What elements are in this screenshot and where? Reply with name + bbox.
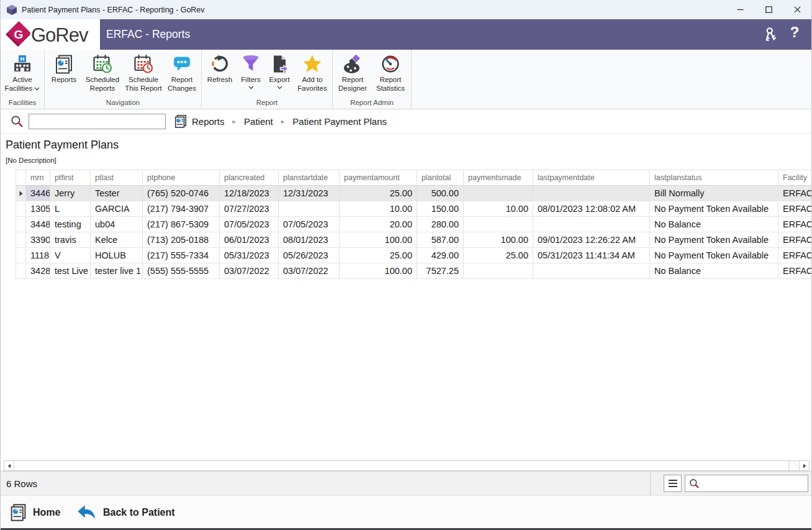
table-cell[interactable]: (713) 205-0188 bbox=[143, 232, 220, 248]
column-header-lastplanstatus[interactable]: lastplanstatus bbox=[650, 170, 778, 186]
table-cell[interactable]: (217) 555-7334 bbox=[143, 248, 220, 263]
table-cell[interactable]: 429.00 bbox=[417, 248, 464, 263]
table-cell[interactable]: test Live bbox=[50, 263, 91, 279]
table-cell[interactable]: 34483 bbox=[26, 217, 50, 232]
table-cell[interactable]: 280.00 bbox=[417, 217, 464, 232]
column-header-ptfirst[interactable]: ptfirst bbox=[50, 170, 91, 186]
table-row[interactable]: 33907travisKelce(713) 205-018806/01/2023… bbox=[16, 232, 812, 248]
export-button[interactable]: Export bbox=[265, 50, 294, 89]
table-cell[interactable]: 11181 bbox=[26, 248, 50, 263]
breadcrumb-item-reports[interactable]: Reports bbox=[192, 116, 225, 127]
table-cell[interactable]: Jerry bbox=[50, 186, 91, 201]
table-cell[interactable]: ERFAC bbox=[778, 232, 812, 248]
table-cell[interactable]: 12/18/2023 bbox=[220, 186, 279, 201]
report-search-input[interactable] bbox=[29, 114, 166, 129]
grid-search-input[interactable] bbox=[701, 476, 806, 491]
table-cell[interactable]: (555) 555-5555 bbox=[143, 263, 220, 279]
table-cell[interactable] bbox=[533, 186, 650, 201]
table-cell[interactable] bbox=[464, 263, 533, 279]
table-cell[interactable]: 05/31/2023 bbox=[220, 248, 279, 263]
table-cell[interactable]: 20.00 bbox=[340, 217, 417, 232]
table-cell[interactable]: 03/07/2022 bbox=[279, 263, 340, 279]
column-header-mrn[interactable]: mrn bbox=[26, 170, 50, 186]
table-cell[interactable] bbox=[533, 217, 650, 232]
refresh-button[interactable]: Refresh bbox=[203, 50, 237, 88]
table-row[interactable]: 11181VHOLUB(217) 555-733405/31/202305/26… bbox=[16, 248, 812, 263]
horizontal-scrollbar[interactable] bbox=[4, 460, 810, 471]
table-cell[interactable]: ERFAC bbox=[778, 201, 812, 217]
column-header-facility[interactable]: Facility bbox=[778, 170, 812, 186]
row-indicator[interactable] bbox=[16, 263, 26, 279]
column-header-ptphone[interactable]: ptphone bbox=[143, 170, 220, 186]
table-cell[interactable]: 587.00 bbox=[417, 232, 464, 248]
table-cell[interactable]: 07/05/2023 bbox=[220, 217, 279, 232]
selected-row-indicator-icon[interactable] bbox=[16, 186, 26, 201]
table-cell[interactable]: ERFAC bbox=[778, 263, 812, 279]
report-designer-button[interactable]: Report Designer bbox=[334, 50, 371, 93]
home-button[interactable]: Home bbox=[9, 496, 60, 529]
report-statistics-button[interactable]: Report Statistics bbox=[371, 50, 410, 93]
table-cell[interactable]: No Payment Token Available bbox=[650, 201, 778, 217]
table-cell[interactable]: 06/01/2023 bbox=[220, 232, 279, 248]
table-cell[interactable]: 100.00 bbox=[340, 263, 417, 279]
reports-button[interactable]: Reports bbox=[46, 50, 82, 85]
row-indicator[interactable] bbox=[16, 217, 26, 232]
table-cell[interactable]: No Balance bbox=[650, 263, 778, 279]
keys-icon[interactable] bbox=[762, 26, 779, 45]
table-cell[interactable]: 08/01/2023 12:08:02 AM bbox=[533, 201, 650, 217]
table-row[interactable]: 34280test Livetester live 1(555) 555-555… bbox=[16, 263, 812, 279]
table-cell[interactable]: travis bbox=[50, 232, 91, 248]
table-cell[interactable]: HOLUB bbox=[91, 248, 143, 263]
active-facilities-button[interactable]: H Active Facilities bbox=[2, 50, 43, 93]
breadcrumb-item-current[interactable]: Patient Payment Plans bbox=[292, 116, 387, 127]
table-cell[interactable]: 10.00 bbox=[340, 201, 417, 217]
table-cell[interactable]: ERFAC bbox=[778, 217, 812, 232]
column-header-plantotal[interactable]: plantotal bbox=[417, 170, 464, 186]
table-cell[interactable]: 12/31/2023 bbox=[279, 186, 340, 201]
table-cell[interactable]: (217) 867-5309 bbox=[143, 217, 220, 232]
table-cell[interactable]: 500.00 bbox=[417, 186, 464, 201]
table-cell[interactable]: GARCIA bbox=[91, 201, 143, 217]
table-cell[interactable]: 34467 bbox=[26, 186, 50, 201]
minimize-button[interactable] bbox=[726, 0, 754, 19]
table-cell[interactable]: No Payment Token Available bbox=[650, 232, 778, 248]
add-to-favorites-button[interactable]: Add to Favorites bbox=[294, 50, 331, 93]
row-indicator[interactable] bbox=[16, 248, 26, 263]
back-to-patient-button[interactable]: Back to Patient bbox=[76, 496, 175, 529]
row-indicator[interactable] bbox=[16, 201, 26, 217]
table-cell[interactable]: Kelce bbox=[91, 232, 143, 248]
table-cell[interactable]: 03/07/2022 bbox=[220, 263, 279, 279]
table-cell[interactable]: testing bbox=[50, 217, 91, 232]
table-cell[interactable]: 25.00 bbox=[464, 248, 533, 263]
table-cell[interactable]: ERFAC bbox=[778, 248, 812, 263]
table-cell[interactable]: 7527.25 bbox=[417, 263, 464, 279]
table-cell[interactable]: tester live 1 bbox=[91, 263, 143, 279]
column-header-paymentsmade[interactable]: paymentsmade bbox=[464, 170, 533, 186]
column-header-lastpaymentdate[interactable]: lastpaymentdate bbox=[533, 170, 650, 186]
table-cell[interactable] bbox=[464, 186, 533, 201]
help-icon[interactable]: ? bbox=[788, 24, 801, 41]
table-cell[interactable]: 25.00 bbox=[340, 248, 417, 263]
table-cell[interactable]: ub04 bbox=[91, 217, 143, 232]
table-cell[interactable]: (217) 794-3907 bbox=[143, 201, 220, 217]
table-cell[interactable]: 25.00 bbox=[340, 186, 417, 201]
table-cell[interactable]: V bbox=[50, 248, 91, 263]
table-cell[interactable]: ERFAC bbox=[778, 186, 812, 201]
table-cell[interactable]: 05/26/2023 bbox=[279, 248, 340, 263]
report-changes-button[interactable]: Report Changes bbox=[164, 50, 200, 93]
table-cell[interactable]: 100.00 bbox=[464, 232, 533, 248]
column-header-plancreated[interactable]: plancreated bbox=[220, 170, 279, 186]
scroll-right-arrow-icon[interactable] bbox=[799, 461, 809, 470]
table-cell[interactable]: 150.00 bbox=[417, 201, 464, 217]
table-cell[interactable]: No Payment Token Available bbox=[650, 248, 778, 263]
table-cell[interactable]: 100.00 bbox=[340, 232, 417, 248]
table-cell[interactable] bbox=[279, 201, 340, 217]
table-cell[interactable]: 08/01/2023 bbox=[279, 232, 340, 248]
scrollbar-thumb[interactable] bbox=[14, 461, 789, 470]
maximize-button[interactable] bbox=[754, 0, 783, 19]
breadcrumb-item-patient[interactable]: Patient bbox=[244, 116, 273, 127]
table-row[interactable]: 34483testingub04(217) 867-530907/05/2023… bbox=[16, 217, 812, 232]
table-cell[interactable]: 13055 bbox=[26, 201, 50, 217]
table-cell[interactable]: 33907 bbox=[26, 232, 50, 248]
table-cell[interactable]: 05/31/2023 11:41:34 AM bbox=[533, 248, 650, 263]
